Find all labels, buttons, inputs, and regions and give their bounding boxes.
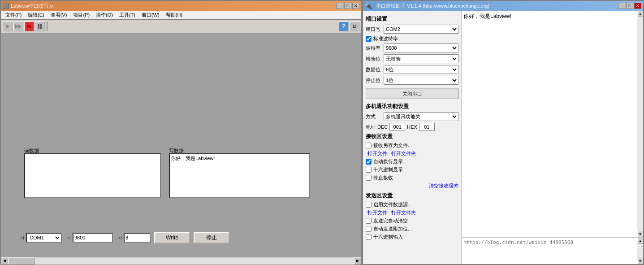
save-file-label: 接收另存为文件... xyxy=(373,142,412,149)
menu-window[interactable]: 窗口(W) xyxy=(139,11,162,19)
menu-operate[interactable]: 操作(O) xyxy=(93,11,116,19)
multi-comm-title: 多机通讯功能设置 xyxy=(366,103,458,110)
maximize-button[interactable]: □ xyxy=(344,3,351,9)
stop-bits-select[interactable]: 1位 xyxy=(384,76,458,85)
titlebar-controls: ─ □ ✕ xyxy=(336,3,359,9)
menu-tools[interactable]: 工具(T) xyxy=(117,11,138,19)
stop-recv-label: 停止接收 xyxy=(373,174,393,181)
use-file-checkbox[interactable] xyxy=(366,202,372,208)
open-file-link[interactable]: 打开文件 xyxy=(367,151,387,156)
addr-dec-label: DEC xyxy=(377,124,388,130)
recv-scroll-up-btn[interactable]: ▲ xyxy=(637,11,644,17)
check-bit-select[interactable]: 无校验 xyxy=(384,54,458,63)
menu-file[interactable]: 文件(F) xyxy=(3,11,24,19)
serial-close-btn[interactable]: ✕ xyxy=(634,3,641,9)
read-data-box[interactable] xyxy=(24,153,161,198)
menu-help[interactable]: 帮助(H) xyxy=(163,11,185,19)
close-port-button[interactable]: 关闭串口 xyxy=(366,88,458,99)
baud-rate-input[interactable] xyxy=(73,233,113,243)
serial-titlebar-controls: ─ □ ✕ xyxy=(618,3,641,9)
open-folder-link[interactable]: 打开文件夹 xyxy=(391,151,416,156)
recv-content: 你好，我是Labview! xyxy=(463,13,511,19)
stop-recv-checkbox[interactable] xyxy=(366,175,372,181)
menu-view[interactable]: 查看(V) xyxy=(48,11,70,19)
recv-scroll-down-btn[interactable]: ▼ xyxy=(637,231,644,237)
method-label: 方式 xyxy=(366,113,382,120)
data-bits-input[interactable] xyxy=(124,233,151,243)
recv-vscrollbar: ▲ ▼ xyxy=(637,11,643,237)
method-row: 方式 多机通讯功能关 xyxy=(366,112,458,121)
port-number-row: 串口号 COM2 xyxy=(366,25,458,34)
addr-hex-input[interactable] xyxy=(419,123,435,131)
recv-scroll-track[interactable] xyxy=(637,17,644,231)
write-data-box[interactable]: 你好，我是Labview! xyxy=(169,153,310,198)
method-select[interactable]: 多机通讯功能关 xyxy=(384,112,458,121)
send-area: ▲ ▼ xyxy=(462,237,643,264)
auto-send-checkbox[interactable] xyxy=(366,226,372,232)
hex-display-label: 十六进制显示 xyxy=(373,166,403,173)
com-port-ctrl: ◁ COM1 xyxy=(19,233,62,243)
stop-button[interactable] xyxy=(24,22,34,31)
extra-button[interactable]: ⊡ xyxy=(350,22,359,31)
open-file2-link[interactable]: 打开文件 xyxy=(367,210,387,215)
send-scroll-down-btn[interactable]: ▼ xyxy=(637,258,644,264)
help-icon: ? xyxy=(342,23,345,30)
svg-marker-2 xyxy=(18,24,22,29)
recv-area[interactable]: 你好，我是Labview! xyxy=(462,11,637,237)
serial-minimize-btn[interactable]: ─ xyxy=(618,3,625,9)
addr-row: 地址 DEC HEX xyxy=(366,123,458,131)
auto-newline-checkbox[interactable] xyxy=(366,159,372,165)
svg-marker-1 xyxy=(15,24,18,29)
addr-dec-input[interactable] xyxy=(389,123,405,131)
svg-rect-3 xyxy=(27,25,31,28)
write-data-content: 你好，我是Labview! xyxy=(171,156,215,161)
send-textarea[interactable] xyxy=(462,238,637,264)
svg-rect-5 xyxy=(40,24,42,29)
scroll-track[interactable] xyxy=(8,257,354,265)
serial-maximize-btn[interactable]: □ xyxy=(626,3,633,9)
scroll-thumb[interactable] xyxy=(8,257,35,265)
scroll-right-btn[interactable]: ▶ xyxy=(354,257,361,265)
port-number-select[interactable]: COM2 xyxy=(384,25,458,34)
menu-bar: 文件(F) 编辑(E) 查看(V) 项目(P) 操作(O) 工具(T) 窗口(W… xyxy=(1,11,361,20)
toolbar-separator xyxy=(47,22,48,31)
hex-input-checkbox[interactable] xyxy=(366,234,372,240)
open-folder2-link[interactable]: 打开文件夹 xyxy=(391,210,416,215)
hex-display-row: 十六进制显示 xyxy=(366,166,458,173)
save-file-checkbox[interactable] xyxy=(366,143,372,148)
std-baud-checkbox[interactable] xyxy=(366,36,372,42)
send-scroll-up-btn[interactable]: ▲ xyxy=(637,238,644,244)
clear-recv-link[interactable]: 清空接收缓冲 xyxy=(366,182,458,189)
auto-clear-checkbox[interactable] xyxy=(366,218,372,224)
run-all-button[interactable] xyxy=(13,22,23,31)
auto-send-row: 自动发送附加位... xyxy=(366,226,458,232)
labview-titlebar: Labview串口读写.vi ─ □ ✕ xyxy=(1,1,361,11)
run-button[interactable] xyxy=(3,22,13,31)
h-scrollbar: ◀ ▶ xyxy=(1,257,361,264)
port-settings-title: 端口设置 xyxy=(366,15,458,23)
send-scroll-track[interactable] xyxy=(637,244,644,258)
check-bit-row: 检验位 无校验 xyxy=(366,54,458,63)
write-button[interactable]: Write xyxy=(154,232,190,243)
data-bits-select[interactable]: 8位 xyxy=(384,65,458,74)
svg-rect-4 xyxy=(38,24,39,29)
close-button[interactable]: ✕ xyxy=(352,3,359,9)
menu-project[interactable]: 项目(P) xyxy=(70,11,92,19)
use-file-label: 启用文件数据源... xyxy=(373,201,412,208)
titlebar-left: Labview串口读写.vi xyxy=(3,3,53,9)
baud-rate-arrow: ◁ xyxy=(65,235,72,241)
pause-button[interactable] xyxy=(35,22,45,31)
recv-area-container: 你好，我是Labview! ▲ ▼ xyxy=(462,11,643,237)
help-button[interactable]: ? xyxy=(339,22,349,31)
com-port-arrow-left: ◁ xyxy=(19,235,25,241)
menu-edit[interactable]: 编辑(E) xyxy=(25,11,47,19)
hex-display-checkbox[interactable] xyxy=(366,167,372,173)
main-canvas: 读数据 写数据 你好，我是Labview! ◁ COM1 ◁ xyxy=(1,33,361,257)
scroll-left-btn[interactable]: ◀ xyxy=(1,257,8,265)
baud-rate-select[interactable]: 9600 xyxy=(384,43,458,52)
auto-clear-row: 发送完自动清空 xyxy=(366,217,458,224)
com-port-select[interactable]: COM1 xyxy=(26,233,62,243)
minimize-button[interactable]: ─ xyxy=(336,3,343,9)
labview-window: Labview串口读写.vi ─ □ ✕ 文件(F) 编辑(E) 查看(V) 项… xyxy=(0,0,362,265)
stop-button[interactable]: 停止 xyxy=(194,232,229,243)
